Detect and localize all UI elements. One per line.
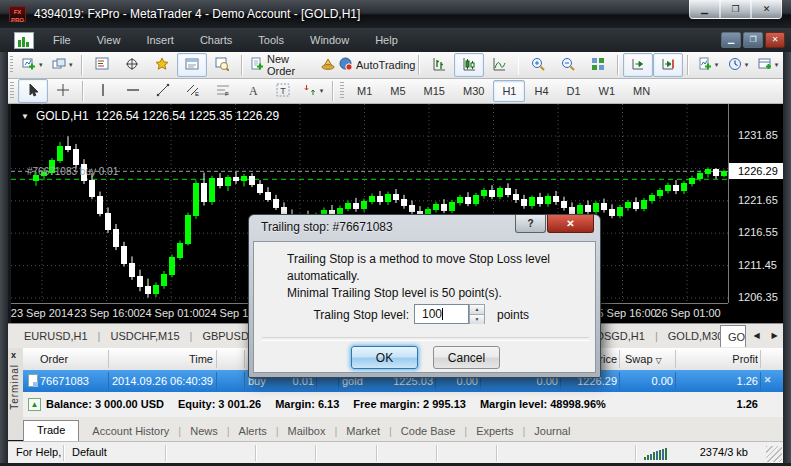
minimize-button[interactable]: ▁ bbox=[689, 0, 720, 19]
menu-window[interactable]: Window bbox=[297, 30, 362, 50]
equidistant-channel-button[interactable]: E bbox=[178, 79, 208, 103]
timeframe-m1[interactable]: M1 bbox=[348, 80, 381, 102]
maximize-button[interactable]: ❐ bbox=[720, 0, 751, 19]
toolbar-drag-handle[interactable] bbox=[10, 56, 13, 74]
new-chart-button[interactable]: ▾ bbox=[17, 53, 47, 77]
strategy-tester-button[interactable] bbox=[207, 53, 237, 77]
data-window-button[interactable] bbox=[117, 53, 147, 77]
terminal-tab-trade[interactable]: Trade bbox=[23, 420, 79, 441]
close-order-icon[interactable]: ✕ bbox=[761, 374, 774, 387]
column-separator[interactable] bbox=[244, 350, 245, 368]
title-bar[interactable]: FXPRO 4394019: FxPro - MetaTrader 4 - De… bbox=[0, 0, 791, 28]
chart-tab-active[interactable]: GO bbox=[720, 325, 746, 347]
navigator-button[interactable] bbox=[147, 53, 177, 77]
child-minimize-button[interactable]: ▁ bbox=[721, 32, 741, 48]
spinner-down-icon[interactable]: ▼ bbox=[470, 315, 484, 324]
menu-view[interactable]: View bbox=[84, 30, 134, 50]
column-separator[interactable] bbox=[760, 350, 761, 368]
column-separator[interactable] bbox=[619, 372, 620, 390]
column-separator[interactable] bbox=[108, 372, 109, 390]
column-separator[interactable] bbox=[108, 350, 109, 368]
ok-button[interactable]: OK bbox=[351, 346, 418, 369]
chart-shift-button[interactable] bbox=[653, 53, 683, 77]
trendline-button[interactable] bbox=[148, 79, 178, 103]
arrows-button[interactable]: ▾ bbox=[298, 79, 328, 103]
child-restore-button[interactable]: ❐ bbox=[743, 32, 763, 48]
zoom-out-button[interactable] bbox=[553, 53, 583, 77]
window-frame-left bbox=[0, 52, 8, 463]
terminal-tab-account-history[interactable]: Account History bbox=[83, 422, 178, 441]
terminal-tab-mailbox[interactable]: Mailbox bbox=[279, 422, 335, 441]
timeframe-mn[interactable]: MN bbox=[624, 80, 659, 102]
chart-tab-eurusd-h1[interactable]: EURUSD,H1 bbox=[14, 330, 98, 342]
close-button[interactable]: ✕ bbox=[751, 0, 782, 19]
menu-file[interactable]: File bbox=[40, 30, 84, 50]
terminal-tab-journal[interactable]: Journal bbox=[525, 422, 579, 441]
column-separator[interactable] bbox=[244, 372, 245, 390]
line-chart-button[interactable] bbox=[484, 53, 514, 77]
text-label-icon: T bbox=[276, 83, 290, 99]
terminal-tab-alerts[interactable]: Alerts bbox=[230, 422, 276, 441]
toolbar-drag-handle[interactable] bbox=[340, 82, 344, 100]
tile-windows-button[interactable] bbox=[583, 53, 613, 77]
dialog-help-button[interactable]: ? bbox=[515, 215, 546, 233]
crosshair-button[interactable] bbox=[48, 79, 78, 103]
timeframe-h1[interactable]: H1 bbox=[493, 80, 525, 102]
column-header-profit[interactable]: Profit bbox=[690, 348, 758, 370]
new-order-label: New Order bbox=[267, 53, 310, 77]
menu-insert[interactable]: Insert bbox=[133, 30, 187, 50]
terminal-panel-button[interactable] bbox=[177, 53, 207, 77]
one-click-trading-icon[interactable]: ▼ bbox=[21, 112, 29, 121]
column-separator[interactable] bbox=[216, 372, 217, 390]
column-header-order[interactable]: Order bbox=[40, 348, 110, 370]
chart-tab-usdchf-m15[interactable]: USDCHF,M15 bbox=[100, 330, 189, 342]
autotrading-button[interactable]: AutoTrading bbox=[343, 53, 414, 77]
timeframe-m5[interactable]: M5 bbox=[381, 80, 414, 102]
terminal-tab-code-base[interactable]: Code Base bbox=[392, 422, 464, 441]
terminal-tab-experts[interactable]: Experts bbox=[467, 422, 522, 441]
timeframe-h4[interactable]: H4 bbox=[525, 80, 557, 102]
toolbar-drag-handle[interactable] bbox=[10, 82, 14, 100]
terminal-tab-news[interactable]: News bbox=[181, 422, 227, 441]
bar-chart-button[interactable] bbox=[424, 53, 454, 77]
horizontal-line-button[interactable] bbox=[118, 79, 148, 103]
timeframe-w1[interactable]: W1 bbox=[590, 80, 625, 102]
column-separator[interactable] bbox=[675, 372, 676, 390]
candlestick-button[interactable] bbox=[454, 53, 484, 77]
new-order-button[interactable]: New Order bbox=[247, 53, 313, 77]
column-header-time[interactable]: Time bbox=[112, 348, 213, 370]
tab-scroll-right-icon[interactable]: ▶ bbox=[767, 328, 782, 343]
cursor-button[interactable] bbox=[18, 79, 48, 103]
menu-tools[interactable]: Tools bbox=[245, 30, 297, 50]
zoom-in-button[interactable] bbox=[523, 53, 553, 77]
column-header-swap[interactable]: Swap ▽ bbox=[625, 348, 673, 370]
spinner-up-icon[interactable]: ▲ bbox=[470, 305, 484, 315]
fibonacci-button[interactable]: F bbox=[208, 79, 238, 103]
timeframe-m30[interactable]: M30 bbox=[454, 80, 493, 102]
dialog-close-button[interactable]: ✕ bbox=[547, 215, 594, 233]
tab-scroll-left-icon[interactable]: ◀ bbox=[749, 328, 764, 343]
periods-button[interactable]: ▾ bbox=[723, 53, 753, 77]
text-button[interactable]: A bbox=[238, 79, 268, 103]
child-close-button[interactable]: ✕ bbox=[765, 32, 785, 48]
terminal-tab-market[interactable]: Market bbox=[337, 422, 389, 441]
vertical-line-button[interactable] bbox=[88, 79, 118, 103]
resize-grip[interactable] bbox=[766, 446, 782, 462]
timeframe-d1[interactable]: D1 bbox=[558, 80, 590, 102]
market-watch-button[interactable] bbox=[87, 53, 117, 77]
column-separator[interactable] bbox=[675, 350, 676, 368]
indicators-button[interactable]: ▾ bbox=[693, 53, 723, 77]
text-label-button[interactable]: T bbox=[268, 79, 298, 103]
templates-button[interactable]: ▾ bbox=[753, 53, 783, 77]
trailing-stop-level-input[interactable]: 100 bbox=[414, 304, 469, 324]
menu-charts[interactable]: Charts bbox=[187, 30, 245, 50]
profiles-button[interactable]: ▾ bbox=[47, 53, 77, 77]
cancel-button[interactable]: Cancel bbox=[433, 346, 500, 369]
timeframe-m15[interactable]: M15 bbox=[415, 80, 454, 102]
column-separator[interactable] bbox=[760, 372, 761, 390]
column-separator[interactable] bbox=[619, 350, 620, 368]
terminal-close-button[interactable]: x bbox=[11, 350, 16, 360]
menu-help[interactable]: Help bbox=[362, 30, 411, 50]
column-separator[interactable] bbox=[216, 350, 217, 368]
auto-scroll-button[interactable] bbox=[623, 53, 653, 77]
